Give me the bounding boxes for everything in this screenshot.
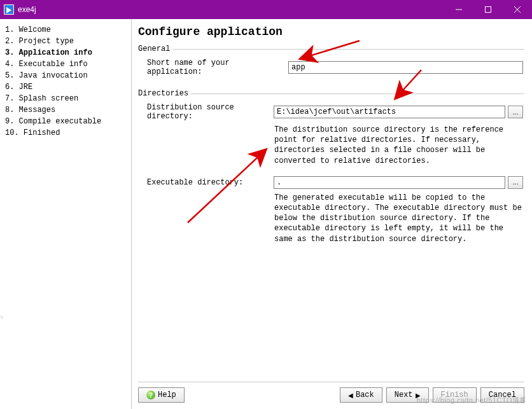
general-group: General Short name of your application:: [138, 45, 524, 83]
back-label: Back: [356, 391, 374, 399]
main-panel: Configure application General Short name…: [132, 19, 532, 409]
short-name-input[interactable]: [288, 61, 523, 74]
window-title: exe4j: [18, 5, 444, 14]
maximize-button[interactable]: [473, 0, 503, 19]
app-icon: [4, 4, 14, 15]
minimize-button[interactable]: [444, 0, 473, 19]
short-name-label: Short name of your application:: [147, 59, 284, 76]
close-button[interactable]: [503, 0, 532, 19]
sidebar-watermark: exe4j: [0, 313, 4, 371]
sidebar-item[interactable]: Splash screen: [5, 93, 127, 104]
dist-dir-desc: The distribution source directory is the…: [138, 121, 524, 171]
sidebar-item[interactable]: Application info: [5, 47, 127, 59]
exec-dir-browse-button[interactable]: ...: [508, 176, 523, 189]
sidebar: Welcome Project type Application info Ex…: [0, 19, 132, 409]
corner-watermark: https://blog.csdn.net/51CTO博客: [417, 396, 527, 405]
sidebar-item[interactable]: Executable info: [5, 59, 127, 70]
ellipsis-icon: ...: [513, 109, 518, 116]
exec-dir-input[interactable]: [274, 176, 505, 189]
next-label: Next: [395, 391, 413, 399]
back-button[interactable]: ◀Back: [340, 387, 382, 403]
ellipsis-icon: ...: [513, 179, 518, 186]
dist-dir-input[interactable]: [274, 106, 505, 118]
help-button[interactable]: ? Help: [138, 387, 185, 403]
dist-dir-label: Distribution source directory:: [147, 103, 271, 121]
exec-dir-label: Executable directory:: [147, 178, 271, 187]
sidebar-item[interactable]: Project type: [5, 36, 127, 47]
sidebar-item[interactable]: Java invocation: [5, 70, 127, 81]
window-controls: [444, 0, 532, 19]
exec-dir-desc: The generated executable will be copied …: [138, 189, 524, 249]
help-icon: ?: [146, 391, 155, 399]
sidebar-item[interactable]: Compile executable: [5, 116, 127, 127]
dist-dir-browse-button[interactable]: ...: [508, 106, 523, 118]
directories-legend: Directories: [138, 89, 191, 98]
titlebar: exe4j: [0, 0, 532, 19]
step-list: Welcome Project type Application info Ex…: [5, 24, 127, 139]
help-label: Help: [158, 391, 176, 399]
sidebar-item[interactable]: Finished: [5, 127, 127, 139]
arrow-left-icon: ◀: [348, 392, 353, 399]
sidebar-item[interactable]: Messages: [5, 104, 127, 116]
directories-group: Directories Distribution source director…: [138, 89, 524, 249]
svg-rect-1: [486, 7, 491, 13]
page-title: Configure application: [138, 25, 524, 38]
sidebar-item[interactable]: Welcome: [5, 24, 127, 36]
sidebar-item[interactable]: JRE: [5, 81, 127, 93]
general-legend: General: [138, 45, 172, 53]
